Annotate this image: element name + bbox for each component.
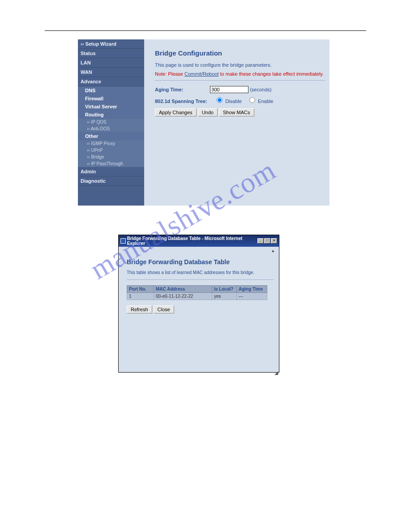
spanning-tree-label: 802.1d Spanning Tree: bbox=[155, 99, 213, 104]
close-button[interactable]: Close bbox=[154, 305, 174, 313]
sidebar-item-wan[interactable]: WAN bbox=[78, 68, 144, 77]
close-icon[interactable]: × bbox=[271, 238, 277, 244]
popup-heading: Bridge Forwarding Database Table bbox=[127, 258, 274, 266]
aging-time-unit: (seconds) bbox=[250, 87, 271, 92]
sidebar-item-virtual-server[interactable]: Virtual Server bbox=[78, 103, 144, 111]
col-port: Port No. bbox=[127, 286, 154, 293]
popup-button-row: Refresh Close bbox=[127, 300, 274, 313]
spanning-enable-label: Enable bbox=[258, 99, 273, 104]
router-config-panel: ›› Setup Wizard Status LAN WAN Advance D… bbox=[78, 39, 330, 206]
commit-reboot-link[interactable]: Commit/Reboot bbox=[184, 71, 218, 77]
sidebar-item-dns[interactable]: DNS bbox=[78, 86, 144, 94]
ie-icon bbox=[120, 238, 126, 244]
scroll-up-icon[interactable]: ▴ bbox=[272, 248, 278, 254]
sidebar-item-advance[interactable]: Advance bbox=[78, 77, 144, 86]
minimize-icon[interactable]: _ bbox=[257, 238, 264, 244]
sidebar-item-ip-qos[interactable]: ›› IP QOS bbox=[78, 119, 144, 125]
resize-grip-icon[interactable]: ◢ bbox=[274, 370, 278, 376]
sidebar-item-lan[interactable]: LAN bbox=[78, 58, 144, 68]
button-row: Apply Changes Undo Show MACs bbox=[155, 108, 325, 116]
popup-titlebar: Bridge Forwarding Database Table - Micro… bbox=[119, 235, 279, 247]
cell-local: yes bbox=[212, 293, 237, 300]
popup-window: Bridge Forwarding Database Table - Micro… bbox=[118, 235, 279, 373]
col-local: Is Local? bbox=[212, 286, 237, 293]
sidebar-item-other[interactable]: Other bbox=[78, 132, 144, 140]
sidebar: ›› Setup Wizard Status LAN WAN Advance D… bbox=[78, 39, 144, 206]
divider bbox=[155, 80, 325, 81]
sidebar-item-admin[interactable]: Admin bbox=[78, 167, 144, 176]
sidebar-item-setup-wizard[interactable]: ›› Setup Wizard bbox=[78, 39, 144, 49]
sidebar-item-diagnostic[interactable]: Diagnostic bbox=[78, 176, 144, 186]
apply-changes-button[interactable]: Apply Changes bbox=[155, 108, 197, 116]
sidebar-item-firewall[interactable]: Firewall bbox=[78, 94, 144, 103]
popup-divider bbox=[127, 279, 274, 280]
cell-aging: --- bbox=[237, 293, 267, 300]
refresh-button[interactable]: Refresh bbox=[127, 305, 152, 313]
main-content: Bridge Configuration This page is used t… bbox=[144, 39, 330, 206]
popup-body: ▴ Bridge Forwarding Database Table This … bbox=[119, 247, 279, 377]
spanning-disable-label: Disable bbox=[225, 99, 242, 104]
note-text: Note: Please Commit/Reboot to make these… bbox=[155, 71, 325, 77]
spanning-tree-row: 802.1d Spanning Tree: Disable Enable bbox=[155, 96, 325, 104]
col-aging: Aging Time bbox=[237, 286, 267, 293]
sidebar-item-bridge[interactable]: ›› Bridge bbox=[78, 154, 144, 160]
window-controls: _ □ × bbox=[257, 238, 277, 244]
show-macs-button[interactable]: Show MACs bbox=[219, 108, 254, 116]
aging-time-row: Aging Time: (seconds) bbox=[155, 86, 325, 93]
undo-button[interactable]: Undo bbox=[198, 108, 218, 116]
cell-port: 1 bbox=[127, 293, 154, 300]
note-prefix: Note: Please bbox=[155, 71, 184, 77]
col-mac: MAC Address bbox=[154, 286, 212, 293]
spanning-disable-radio[interactable] bbox=[217, 97, 223, 103]
page-title: Bridge Configuration bbox=[155, 49, 325, 57]
page-description: This page is used to configure the bridg… bbox=[155, 62, 325, 68]
table-header-row: Port No. MAC Address Is Local? Aging Tim… bbox=[127, 286, 267, 293]
sidebar-item-igmp-proxy[interactable]: ›› IGMP Proxy bbox=[78, 140, 144, 147]
sidebar-item-status[interactable]: Status bbox=[78, 49, 144, 58]
maximize-icon[interactable]: □ bbox=[264, 238, 270, 244]
table-row: 1 00-e0-11-12-22-22 yes --- bbox=[127, 293, 267, 300]
popup-titlebar-text: Bridge Forwarding Database Table - Micro… bbox=[127, 236, 257, 246]
cell-mac: 00-e0-11-12-22-22 bbox=[154, 293, 212, 300]
aging-time-label: Aging Time: bbox=[155, 87, 209, 92]
sidebar-item-anti-dos[interactable]: ›› Anti-DOS bbox=[78, 125, 144, 132]
sidebar-item-ip-passthrough[interactable]: ›› IP PassThrough bbox=[78, 160, 144, 167]
spanning-enable-radio[interactable] bbox=[249, 97, 255, 103]
sidebar-item-upnp[interactable]: ›› UPnP bbox=[78, 147, 144, 154]
mac-table: Port No. MAC Address Is Local? Aging Tim… bbox=[127, 285, 267, 300]
note-suffix: to make these changes take effect immedi… bbox=[218, 71, 323, 77]
popup-description: This table shows a list of learned MAC a… bbox=[127, 270, 274, 275]
header-rule bbox=[45, 30, 366, 31]
aging-time-input[interactable] bbox=[210, 86, 248, 93]
sidebar-item-routing[interactable]: Routing bbox=[78, 111, 144, 119]
